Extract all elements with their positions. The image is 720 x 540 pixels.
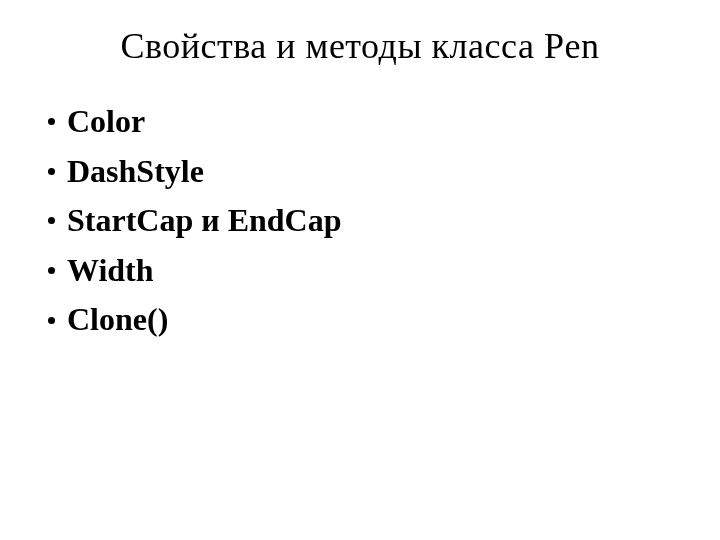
list-item: Width — [48, 246, 680, 296]
bullet-text: DashStyle — [67, 147, 204, 197]
list-item: StartCap и EndCap — [48, 196, 680, 246]
list-item: DashStyle — [48, 147, 680, 197]
bullet-icon — [48, 267, 55, 274]
bullet-list: Color DashStyle StartCap и EndCap Width … — [40, 97, 680, 345]
bullet-text: Color — [67, 97, 145, 147]
bullet-text: Clone() — [67, 295, 168, 345]
bullet-icon — [48, 217, 55, 224]
bullet-icon — [48, 168, 55, 175]
list-item: Clone() — [48, 295, 680, 345]
bullet-icon — [48, 317, 55, 324]
bullet-text: StartCap и EndCap — [67, 196, 342, 246]
slide-container: Свойства и методы класса Pen Color DashS… — [0, 0, 720, 540]
slide-title: Свойства и методы класса Pen — [40, 25, 680, 67]
bullet-icon — [48, 118, 55, 125]
list-item: Color — [48, 97, 680, 147]
bullet-text: Width — [67, 246, 154, 296]
